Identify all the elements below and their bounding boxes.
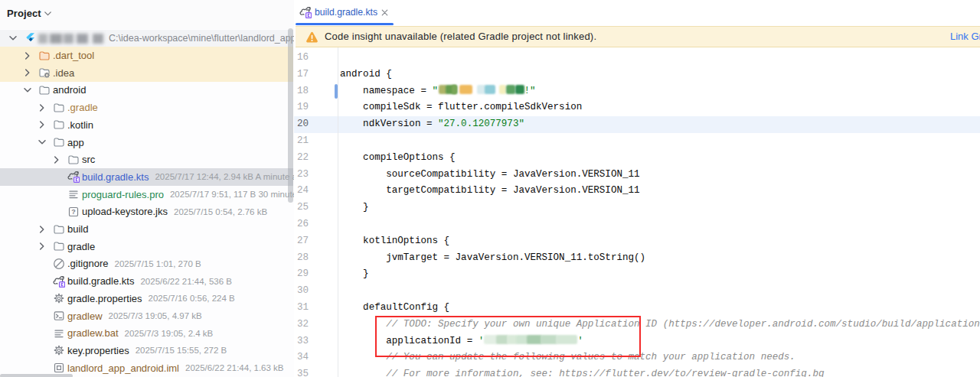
svg-text:?: ? [71, 208, 76, 216]
